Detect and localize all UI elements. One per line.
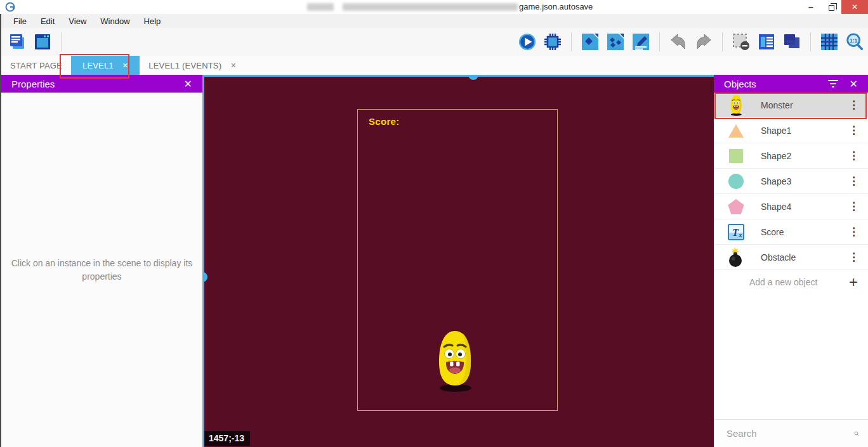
tab-start-page[interactable]: START PAGE [1, 56, 71, 75]
object-row-shape2[interactable]: Shape2 ⋮ [714, 143, 868, 169]
toolbar: 1:1 [0, 28, 868, 56]
object-name: Shape2 [761, 151, 848, 161]
object-name: Shape4 [761, 202, 848, 212]
object-row-score[interactable]: T x Score ⋮ [714, 219, 868, 245]
grid-icon[interactable] [820, 32, 839, 51]
objects-panel: Objects ✕ Monster ⋮ Shape1 ⋮ Shape2 ⋮ Sh… [714, 75, 868, 447]
search-input[interactable] [725, 427, 854, 439]
score-text-object[interactable]: Score: [369, 116, 400, 127]
gdevelop-logo-icon [5, 2, 15, 12]
svg-text:x: x [739, 231, 742, 238]
close-window-button[interactable]: ✕ [841, 0, 868, 14]
layers-icon[interactable] [782, 32, 801, 51]
vertical-scroll-handle[interactable] [202, 272, 207, 282]
title-bar: game.json.autosave – ✕ [0, 0, 868, 14]
tab-label: LEVEL1 (EVENTS) [148, 61, 221, 70]
scene-editor-canvas[interactable]: Score: 1457;-13 [202, 75, 714, 447]
svg-text:T: T [732, 227, 739, 238]
add-icon[interactable]: + [849, 273, 858, 291]
toolbar-divider [659, 32, 660, 51]
text-object-icon: T x [727, 221, 746, 243]
object-menu-icon[interactable]: ⋮ [848, 150, 859, 161]
redacted-title-segment [343, 3, 518, 11]
monster-instance[interactable] [435, 328, 475, 393]
search-icon[interactable] [854, 427, 859, 440]
menu-edit[interactable]: Edit [34, 16, 62, 26]
menu-file[interactable]: File [6, 16, 34, 26]
redo-icon[interactable] [694, 32, 713, 51]
menu-view[interactable]: View [62, 16, 93, 26]
object-name: Score [761, 227, 848, 237]
object-menu-icon[interactable]: ⋮ [848, 252, 859, 262]
toolbar-divider [810, 32, 811, 51]
object-menu-icon[interactable]: ⋮ [848, 125, 859, 136]
properties-empty-message: Click on an instance in the scene to dis… [1, 257, 202, 283]
horizontal-scroll-handle[interactable] [468, 75, 478, 80]
project-manager-icon[interactable] [8, 32, 27, 51]
toolbar-divider [61, 32, 62, 51]
objects-search-bar [714, 419, 868, 447]
object-name: Shape1 [761, 126, 848, 136]
monster-thumbnail-icon [727, 94, 746, 116]
objects-panel-header: Objects ✕ [714, 75, 868, 93]
object-row-monster[interactable]: Monster ⋮ [714, 93, 868, 118]
start-page-icon[interactable] [33, 32, 52, 51]
triangle-icon [727, 120, 746, 141]
cursor-coordinates: 1457;-13 [204, 431, 250, 446]
menu-bar: File Edit View Window Help [0, 14, 868, 28]
redacted-title-segment [307, 3, 334, 11]
pentagon-icon [727, 196, 746, 217]
object-name: Shape3 [761, 176, 848, 186]
menu-window[interactable]: Window [93, 16, 136, 26]
menu-help[interactable]: Help [137, 16, 168, 26]
tab-close-icon[interactable]: ✕ [122, 62, 128, 70]
object-row-shape1[interactable]: Shape1 ⋮ [714, 118, 868, 143]
add-object-row[interactable]: Add a new object + [714, 270, 868, 294]
object-row-shape3[interactable]: Shape3 ⋮ [714, 169, 868, 194]
minimize-button[interactable]: – [801, 0, 821, 14]
restore-button[interactable] [821, 0, 841, 14]
properties-panel-header: Properties ✕ [1, 75, 202, 93]
window-title: game.json.autosave [519, 2, 593, 11]
undo-icon[interactable] [669, 32, 688, 51]
scene-horizontal-scrollbar[interactable] [202, 75, 714, 77]
toolbar-divider [571, 32, 572, 51]
add-object-label: Add a new object [749, 277, 849, 287]
tab-level1-events[interactable]: LEVEL1 (EVENTS) ✕ [140, 56, 245, 75]
svg-text:1:1: 1:1 [850, 37, 857, 44]
scene-vertical-scrollbar[interactable] [202, 75, 204, 447]
toolbar-divider [722, 32, 723, 51]
clear-selection-icon[interactable] [732, 32, 751, 51]
object-row-shape4[interactable]: Shape4 ⋮ [714, 194, 868, 219]
restore-icon [829, 5, 834, 11]
instances-list-icon[interactable] [757, 32, 776, 51]
bomb-icon [727, 247, 746, 268]
filter-icon[interactable] [828, 80, 838, 87]
object-name: Obstacle [761, 252, 848, 262]
close-panel-icon[interactable]: ✕ [850, 78, 858, 90]
object-menu-icon[interactable]: ⋮ [848, 226, 859, 237]
object-name: Monster [761, 100, 848, 110]
tab-level1[interactable]: LEVEL1 ✕ [71, 56, 140, 75]
preview-play-icon[interactable] [518, 32, 537, 51]
tab-label: START PAGE [10, 61, 62, 70]
tab-label: LEVEL1 [82, 61, 114, 70]
objects-editor-icon[interactable] [581, 32, 600, 51]
objects-panel-title: Objects [724, 79, 756, 89]
properties-panel: Properties ✕ Click on an instance in the… [0, 75, 202, 447]
close-panel-icon[interactable]: ✕ [184, 78, 192, 90]
circle-icon [727, 171, 746, 192]
debug-icon[interactable] [543, 32, 562, 51]
object-menu-icon[interactable]: ⋮ [848, 176, 859, 186]
instances-icon[interactable] [606, 32, 625, 51]
object-row-obstacle[interactable]: Obstacle ⋮ [714, 245, 868, 270]
object-menu-icon[interactable]: ⋮ [848, 100, 859, 110]
edit-scene-icon[interactable] [631, 32, 650, 51]
object-menu-icon[interactable]: ⋮ [848, 201, 859, 212]
properties-panel-title: Properties [11, 79, 55, 89]
zoom-original-icon[interactable]: 1:1 [845, 32, 864, 51]
square-icon [727, 145, 746, 167]
tab-close-icon[interactable]: ✕ [230, 62, 236, 70]
tab-bar: START PAGE LEVEL1 ✕ LEVEL1 (EVENTS) ✕ [0, 56, 868, 75]
